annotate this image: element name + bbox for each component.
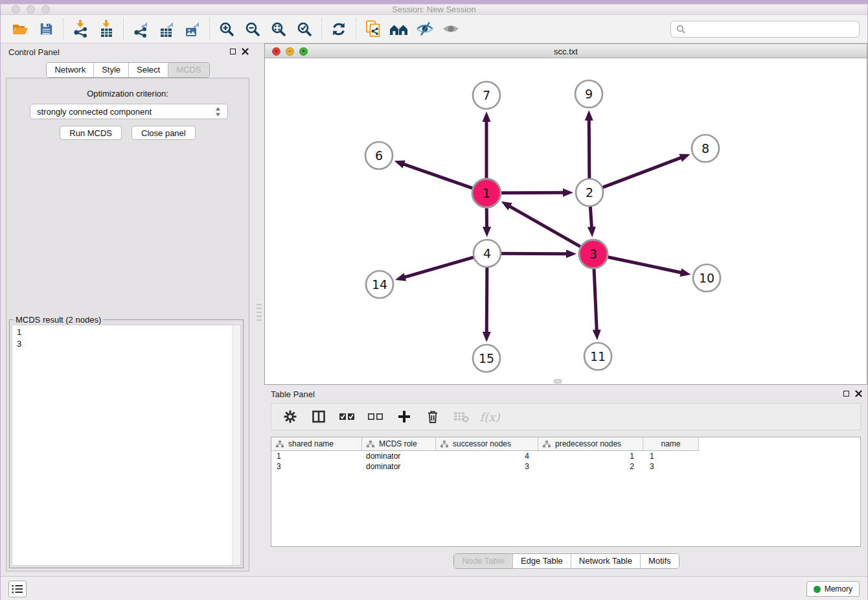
- tab-select[interactable]: Select: [129, 63, 168, 77]
- table-cell[interactable]: 1: [538, 452, 643, 461]
- graph-edge-1-2[interactable]: [501, 192, 564, 193]
- graph-edge-2-9[interactable]: [589, 119, 589, 178]
- graph-svg[interactable]: 7968124314101511: [265, 58, 867, 384]
- tab-network[interactable]: Network: [47, 63, 94, 77]
- table-cell[interactable]: 1: [643, 452, 699, 461]
- network-window-titlebar[interactable]: × − + scc.txt: [265, 44, 867, 58]
- column-header-name[interactable]: name: [643, 437, 699, 450]
- graph-node-label: 11: [590, 349, 606, 363]
- deselect-all-columns-button[interactable]: [365, 406, 387, 428]
- column-header-MCDS-role[interactable]: MCDS role: [362, 437, 436, 450]
- tab-style[interactable]: Style: [94, 63, 129, 77]
- graph-node-label: 4: [483, 246, 491, 260]
- float-panel-icon[interactable]: [230, 49, 236, 54]
- open-session-button[interactable]: [7, 17, 33, 41]
- trash-icon: [426, 410, 440, 424]
- result-line: 1: [12, 327, 240, 338]
- import-network-button[interactable]: [67, 17, 93, 41]
- vertical-splitter-handle[interactable]: [257, 304, 262, 321]
- search-input[interactable]: [689, 25, 854, 34]
- column-header-shared-name[interactable]: shared name: [271, 437, 362, 450]
- horizontal-splitter-handle[interactable]: [554, 379, 562, 384]
- optimization-criterion-select[interactable]: strongly connected component: [30, 104, 228, 119]
- close-panel-button[interactable]: Close panel: [131, 126, 196, 140]
- table-settings-button[interactable]: [279, 406, 301, 428]
- table-cell[interactable]: 2: [538, 462, 643, 471]
- toolbar-separator: [63, 18, 63, 40]
- tab-network-table[interactable]: Network Table: [571, 554, 641, 568]
- eye-slash-icon: [416, 21, 434, 36]
- network-canvas[interactable]: 7968124314101511: [265, 58, 867, 384]
- graph-edge-arrowhead: [593, 330, 601, 340]
- graph-edge-4-3[interactable]: [501, 253, 567, 254]
- show-columns-button[interactable]: [308, 406, 330, 428]
- clone-network-button[interactable]: [360, 17, 386, 41]
- zoom-in-button[interactable]: [214, 17, 240, 41]
- refresh-button[interactable]: [326, 17, 352, 41]
- hide-graphics-details-button[interactable]: [412, 17, 438, 41]
- table-row[interactable]: 3dominator323: [271, 461, 860, 472]
- graph-node-label: 3: [589, 247, 597, 261]
- mcds-result-groupbox: MCDS result (2 nodes) 13: [9, 319, 244, 568]
- table-cell[interactable]: dominator: [362, 462, 436, 471]
- graph-edge-4-15[interactable]: [486, 268, 487, 333]
- zoom-out-button[interactable]: [240, 17, 266, 41]
- node-table[interactable]: shared nameMCDS rolesuccessor nodesprede…: [271, 437, 861, 547]
- zoom-selected-button[interactable]: [291, 17, 317, 41]
- hierarchy-icon: [367, 441, 374, 448]
- graph-edge-2-3[interactable]: [590, 207, 591, 228]
- mcds-result-title: MCDS result (2 nodes): [14, 315, 103, 325]
- column-header-successor-nodes[interactable]: successor nodes: [436, 437, 538, 450]
- show-graphics-details-button[interactable]: [438, 17, 464, 41]
- import-table-button[interactable]: [93, 17, 119, 41]
- result-scrollbar[interactable]: [232, 325, 240, 565]
- export-network-button[interactable]: [128, 17, 154, 41]
- graph-node-label: 7: [483, 88, 490, 102]
- export-network-icon: [132, 21, 149, 38]
- delete-table-button-disabled: [450, 406, 472, 428]
- first-neighbors-button[interactable]: [386, 17, 412, 41]
- table-cell[interactable]: 3: [271, 462, 362, 471]
- table-row[interactable]: 1dominator411: [271, 451, 860, 461]
- tab-node-table[interactable]: Node Table: [454, 554, 513, 568]
- memory-button[interactable]: Memory: [806, 581, 860, 597]
- table-cell[interactable]: 1: [271, 452, 362, 461]
- mcds-result-list[interactable]: 13: [12, 325, 241, 566]
- clone-network-icon: [365, 20, 382, 38]
- create-column-button[interactable]: [393, 406, 415, 428]
- save-session-button[interactable]: [33, 17, 59, 41]
- export-table-button[interactable]: [154, 17, 179, 41]
- graph-edge-1-6[interactable]: [403, 164, 472, 189]
- close-table-panel-icon[interactable]: [855, 390, 862, 397]
- tab-edge-table[interactable]: Edge Table: [513, 554, 571, 568]
- column-header-label: predecessor nodes: [555, 439, 621, 448]
- graph-edge-2-8[interactable]: [603, 157, 682, 187]
- run-mcds-button[interactable]: Run MCDS: [60, 126, 122, 140]
- float-table-panel-icon[interactable]: [843, 391, 849, 397]
- tab-motifs[interactable]: Motifs: [641, 554, 679, 568]
- graph-edge-3-10[interactable]: [608, 257, 682, 273]
- export-image-button[interactable]: [179, 17, 205, 41]
- tab-mcds[interactable]: MCDS: [168, 63, 209, 77]
- table-cell[interactable]: 3: [436, 462, 538, 471]
- graph-edge-3-1[interactable]: [509, 206, 580, 247]
- close-panel-icon[interactable]: [242, 48, 249, 55]
- zoom-fit-button[interactable]: [266, 17, 291, 41]
- graph-edge-4-14[interactable]: [404, 257, 473, 277]
- control-panel-title: Control Panel: [8, 47, 60, 57]
- select-all-columns-button[interactable]: [336, 406, 358, 428]
- network-view-window: × − + scc.txt 7968124314101511: [264, 43, 867, 385]
- graph-node-label: 1: [483, 186, 490, 200]
- column-header-predecessor-nodes[interactable]: predecessor nodes: [538, 437, 643, 450]
- task-history-button[interactable]: [8, 581, 27, 597]
- table-cell[interactable]: 4: [436, 452, 538, 461]
- graph-edge-3-11[interactable]: [594, 269, 597, 331]
- function-builder-button-disabled: f(x): [479, 406, 501, 428]
- delete-column-button[interactable]: [422, 406, 444, 428]
- search-field[interactable]: [670, 21, 860, 38]
- table-cell[interactable]: 3: [643, 462, 699, 471]
- table-cell[interactable]: dominator: [362, 452, 436, 461]
- titlebar: Session: New Session: [1, 1, 867, 15]
- table-toolbar: f(x): [271, 403, 861, 430]
- deselect-all-icon: [367, 411, 384, 422]
